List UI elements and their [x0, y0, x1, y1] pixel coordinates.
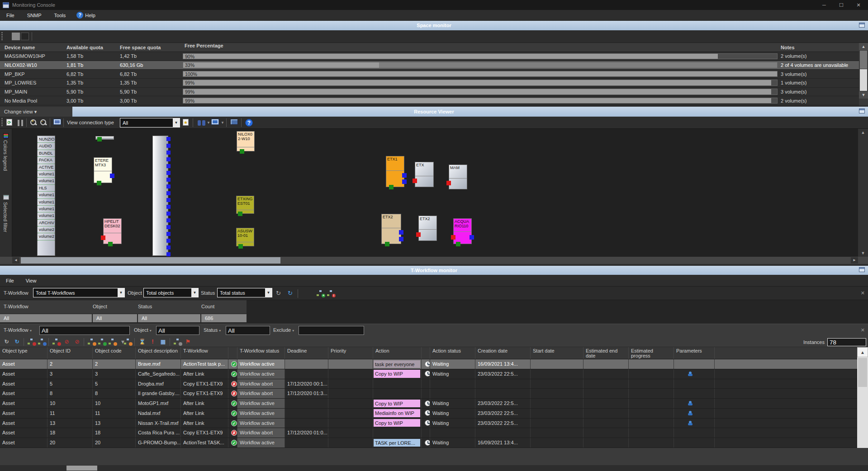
tree-disabled-icon[interactable] — [174, 338, 181, 345]
bottom-horizontal-scrollbar[interactable] — [0, 465, 868, 471]
device-row[interactable]: NILOX02-W101,81 Tb630,16 Gb33%2 of 4 vol… — [0, 61, 859, 70]
minimize-button[interactable]: ─ — [816, 0, 832, 10]
workflow-table-scrollbar[interactable]: ▲ — [857, 347, 868, 448]
tree-cancel-icon[interactable] — [88, 338, 95, 345]
selection-block-icon[interactable]: ⊘ — [63, 338, 71, 345]
workflow-row[interactable]: Asset2020G-PROMO-Bump...ActionTest TASK.… — [0, 438, 857, 448]
node-stub[interactable] — [95, 136, 114, 140]
node-etx2-b[interactable]: ETX2 — [418, 216, 437, 241]
device-row[interactable]: MP_MAIN5,90 Tb5,90 Tb99%3 volume(s) — [0, 88, 859, 97]
node-tall-bar[interactable] — [152, 136, 168, 256]
workflow-row[interactable]: Asset55Drogba.mxfCopy ETX1-ETX9✗Workflow… — [0, 379, 857, 389]
close-button[interactable]: ✕ — [851, 0, 866, 10]
tab-selected-filter[interactable]: Selected filter — [3, 202, 8, 232]
tree-badge-red-icon[interactable]: i — [327, 290, 335, 297]
parameters-icon[interactable] — [689, 421, 692, 425]
toolbar-button-1[interactable] — [12, 33, 20, 40]
scroll-down-icon[interactable]: ▼ — [858, 250, 868, 257]
scroll-thumb[interactable] — [858, 358, 867, 387]
tree-badge-red-icon[interactable] — [28, 338, 35, 345]
clock-block-icon[interactable]: ⊘ — [73, 338, 81, 345]
device-row[interactable]: MASSIMOW10HP1,58 Tb1,42 Tb90%2 volume(s) — [0, 52, 859, 61]
chevron-down-icon[interactable]: ▼ — [265, 288, 272, 297]
action-badge[interactable]: Copy to WIP — [374, 400, 420, 407]
node-acqua-rio110[interactable]: ACQUA RIO110 — [453, 218, 472, 244]
parameters-icon[interactable] — [689, 372, 692, 376]
refresh-icon[interactable]: ↻ — [276, 290, 281, 297]
summary-value[interactable]: All — [93, 314, 137, 322]
list-item[interactable]: volume1 — [38, 199, 55, 206]
help-icon[interactable]: ? — [245, 119, 253, 127]
hourglass-icon[interactable]: ⌛ — [138, 338, 146, 345]
action-badge[interactable]: Mediainfo on WIP — [374, 409, 420, 417]
list-item[interactable]: NUNZIO — [38, 136, 55, 143]
parameters-icon[interactable] — [689, 401, 692, 405]
scroll-down-icon[interactable]: ▼ — [859, 91, 868, 99]
menu-item-help[interactable]: Help — [85, 13, 102, 18]
tree-block-icon[interactable] — [52, 338, 60, 345]
t-workflow-filter-select[interactable]: Total T-Workflows▼ — [33, 288, 125, 297]
panel-window-icon[interactable] — [859, 23, 865, 28]
refresh-icon[interactable]: ↻ — [3, 338, 10, 345]
device-row[interactable]: No Media Pool3,00 Tb3,00 Tb99%2 volume(s… — [0, 96, 859, 105]
scroll-thumb[interactable] — [66, 466, 97, 471]
space-monitor-scrollbar[interactable]: ▲ ▼ — [859, 43, 868, 105]
device-row[interactable]: MP_LOWRES1,35 Tb1,35 Tb99%1 volume(s) — [0, 79, 859, 88]
scroll-right-icon[interactable]: ► — [851, 257, 858, 264]
scroll-up-icon[interactable]: ▲ — [858, 129, 868, 136]
canvas-horizontal-scrollbar[interactable]: ◄ ► — [0, 257, 868, 264]
node-asusw-10-01[interactable]: ASUSW 10-01 — [236, 228, 254, 246]
grid-edit-icon[interactable]: ▦ — [159, 338, 167, 345]
panel-window-icon[interactable] — [859, 267, 865, 272]
maximize-button[interactable]: ☐ — [834, 0, 849, 10]
menu-item-tools[interactable]: Tools — [48, 13, 72, 18]
zoom-out-icon[interactable]: - — [40, 119, 47, 126]
list-item[interactable]: BUNDL — [38, 150, 55, 157]
action-badge[interactable]: TASK per LORE... — [374, 439, 420, 447]
tree-refresh-orange-icon[interactable] — [124, 338, 132, 345]
pause-icon[interactable] — [18, 120, 23, 126]
toolbar-button-2[interactable] — [21, 33, 29, 40]
workflow-row[interactable]: Asset1111Nadal.mxfAfter Link✓Workflow ac… — [0, 409, 857, 419]
list-item[interactable]: volume1 — [38, 212, 55, 219]
tree-arrow-orange-icon[interactable] — [109, 338, 116, 345]
list-item[interactable]: volume1 — [38, 171, 55, 178]
search-object-input[interactable] — [156, 326, 199, 335]
connection-type-select[interactable]: All ▼ — [120, 118, 180, 127]
chevron-down-icon[interactable]: ▼ — [173, 118, 180, 127]
toolbar-grip[interactable] — [1, 118, 3, 127]
workflow-row[interactable]: Asset33Caffe_Segafredo...After Link✓Work… — [0, 369, 857, 379]
scroll-up-icon[interactable]: ▲ — [857, 347, 868, 357]
summary-value[interactable]: All — [0, 314, 92, 322]
node-etx1[interactable]: ETX1 — [386, 156, 404, 187]
search-status-input[interactable] — [226, 326, 270, 335]
node-etxing-est01[interactable]: ETXING EST01 — [236, 196, 254, 214]
close-filter-icon[interactable]: ✕ — [861, 290, 865, 296]
tree-badge-green-icon[interactable]: + — [317, 290, 324, 297]
tab-colors-legend[interactable]: Colors legend — [3, 140, 8, 171]
list-item[interactable]: volume1 — [38, 192, 55, 198]
flag-icon[interactable]: ⚑ — [184, 338, 192, 345]
list-item[interactable]: ACTIVE — [38, 164, 55, 171]
resource-viewer-canvas[interactable]: NUNZIOAUDIOBUNDLPACKAACTIVEvolume1volume… — [12, 129, 858, 257]
list-item[interactable]: AUDIO — [38, 143, 55, 150]
action-badge[interactable]: Copy to WIP — [374, 370, 420, 377]
workflow-row[interactable]: Asset1313Nissan X-Trail.mxfAfter Link✓Wo… — [0, 419, 857, 429]
workflow-row[interactable]: Asset1818Costa Rica Pura ...Copy ETX1-ET… — [0, 428, 857, 438]
list-item[interactable]: ARCHIV — [38, 220, 55, 226]
list-item[interactable]: volume1 — [38, 206, 55, 212]
view-mode-icon[interactable] — [211, 119, 219, 125]
list-item[interactable]: volume2 — [38, 233, 55, 240]
workflow-menu-item-view[interactable]: View — [20, 278, 43, 283]
find-dropdown-icon[interactable]: ▼ — [207, 121, 210, 125]
node-volume-list[interactable]: NUNZIOAUDIOBUNDLPACKAACTIVEvolume1volume… — [37, 136, 55, 256]
parameters-icon[interactable] — [689, 411, 692, 415]
export-monitor-icon[interactable] — [230, 119, 238, 125]
node-mam[interactable]: MAM — [449, 165, 467, 189]
device-row[interactable]: MP_BKP6,82 Tb6,82 Tb100%3 volume(s) — [0, 70, 859, 79]
list-item[interactable]: volume1 — [38, 178, 55, 184]
refresh-page-icon[interactable]: ⟳ — [6, 119, 12, 126]
add-page-icon[interactable]: ★ — [183, 119, 189, 126]
scroll-thumb[interactable] — [21, 257, 280, 264]
instances-input[interactable] — [827, 338, 866, 346]
